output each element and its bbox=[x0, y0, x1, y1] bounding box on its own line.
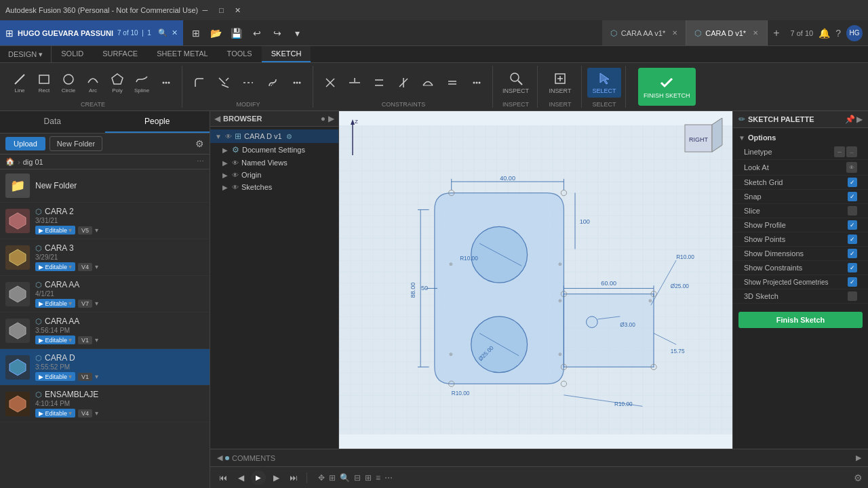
breadcrumb-menu-icon[interactable]: ⋯ bbox=[197, 157, 204, 166]
close-user-icon[interactable]: ✕ bbox=[172, 28, 178, 37]
close-button[interactable]: ✕ bbox=[231, 3, 244, 17]
panel-settings-button[interactable]: ⚙ bbox=[195, 138, 204, 149]
inspect-button[interactable]: INSPECT bbox=[498, 68, 533, 98]
show-points-check[interactable]: ✓ bbox=[848, 235, 857, 244]
ribbon-tab-solid[interactable]: SOLID bbox=[52, 46, 93, 62]
linetype-dash[interactable]: -- bbox=[846, 146, 857, 157]
break-tool[interactable] bbox=[237, 68, 260, 98]
circle-tool[interactable]: Circle bbox=[57, 68, 80, 98]
editable-badge[interactable]: ▶ Editable ▾ bbox=[35, 336, 75, 344]
more-timeline-icon[interactable]: ⋯ bbox=[384, 473, 393, 483]
insert-button[interactable]: INSERT bbox=[543, 68, 577, 98]
save-button[interactable]: 💾 bbox=[228, 24, 245, 42]
browser-settings-icon[interactable]: ● bbox=[321, 114, 326, 123]
editable-badge[interactable]: ▶ Editable ▾ bbox=[35, 262, 75, 271]
grid-view-button[interactable]: ⊞ bbox=[187, 24, 205, 42]
grid2-icon[interactable]: ⊞ bbox=[365, 473, 372, 483]
tree-item-sketches[interactable]: ▶ 👁 Sketches bbox=[210, 181, 338, 193]
editable-badge[interactable]: ▶ Editable ▾ bbox=[35, 226, 75, 235]
modify-more[interactable] bbox=[285, 68, 309, 98]
tangent-constraint[interactable] bbox=[416, 68, 439, 98]
design-dropdown[interactable]: DESIGN ▾ bbox=[0, 46, 52, 62]
collapse-comments-icon[interactable]: ◀ bbox=[217, 453, 222, 462]
more-button[interactable]: ▾ bbox=[289, 24, 307, 42]
open-button[interactable]: 📂 bbox=[208, 24, 225, 42]
tree-item-named-views[interactable]: ▶ 👁 Named Views bbox=[210, 157, 338, 169]
finish-sketch-button[interactable]: FINISH SKETCH bbox=[638, 68, 696, 106]
bell-icon[interactable]: 🔔 bbox=[818, 28, 830, 39]
maximize-button[interactable]: □ bbox=[214, 3, 228, 17]
prev-button[interactable]: ◀ bbox=[233, 470, 248, 485]
home-icon[interactable]: 🏠 bbox=[5, 157, 15, 166]
list-item[interactable]: ⬡ ENSAMBLAJE 4:10:14 PM ▶ Editable ▾ V4 … bbox=[0, 386, 210, 422]
next-button[interactable]: ▶ bbox=[269, 470, 283, 485]
list-item[interactable]: ⬡ CARA 3 3/29/21 ▶ Editable ▾ V4 ▾ bbox=[0, 239, 210, 276]
snap-check[interactable]: ✓ bbox=[848, 192, 857, 201]
list-item[interactable]: ⬡ CARA AA 3:56:14 PM ▶ Editable ▾ V1 ▾ bbox=[0, 312, 210, 349]
version-chevron[interactable]: ▾ bbox=[95, 263, 98, 270]
collinear-constraint[interactable] bbox=[343, 68, 366, 98]
zoom-fit-icon[interactable]: 🔍 bbox=[340, 473, 350, 483]
version-chevron[interactable]: ▾ bbox=[95, 226, 98, 234]
show-constraints-check[interactable]: ✓ bbox=[848, 263, 857, 272]
parallel-constraint[interactable] bbox=[368, 68, 391, 98]
list-icon[interactable]: ≡ bbox=[376, 473, 380, 483]
offset-tool[interactable] bbox=[261, 68, 284, 98]
slice-check[interactable] bbox=[848, 206, 857, 216]
arc-tool[interactable]: Arc bbox=[81, 68, 104, 98]
tree-item-doc-settings[interactable]: ▶ ⚙ Document Settings bbox=[210, 143, 338, 157]
search-icon[interactable]: 🔍 bbox=[158, 28, 167, 37]
list-item[interactable]: ⬡ CARA 2 3/31/21 ▶ Editable ▾ V5 ▾ bbox=[0, 203, 210, 239]
show-projected-check[interactable]: ✓ bbox=[848, 277, 857, 287]
ribbon-tab-sketch[interactable]: SKETCH bbox=[262, 46, 311, 62]
coincident-constraint[interactable] bbox=[319, 68, 342, 98]
list-item[interactable]: 📁 New Folder bbox=[0, 169, 210, 203]
redo-button[interactable]: ↪ bbox=[269, 24, 286, 42]
3d-sketch-check[interactable] bbox=[848, 291, 857, 301]
version-chevron[interactable]: ▾ bbox=[95, 373, 98, 380]
show-dimensions-check[interactable]: ✓ bbox=[848, 249, 857, 258]
trim-tool[interactable] bbox=[212, 68, 235, 98]
help-icon[interactable]: ? bbox=[835, 28, 841, 39]
tab-cara-d[interactable]: ⬡ CARA D v1* ✕ bbox=[686, 20, 768, 45]
options-section-header[interactable]: ▼ Options bbox=[733, 131, 868, 144]
editable-badge[interactable]: ▶ Editable ▾ bbox=[35, 409, 75, 418]
view-cube[interactable]: RIGHT bbox=[678, 118, 726, 165]
tree-item-origin[interactable]: ▶ 👁 Origin bbox=[210, 169, 338, 181]
look-at-button[interactable]: 👁 bbox=[846, 162, 857, 173]
tab-close-2[interactable]: ✕ bbox=[753, 29, 758, 37]
collapse-browser-icon[interactable]: ◀ bbox=[214, 114, 220, 123]
play-button[interactable]: ▶ bbox=[251, 470, 266, 485]
move-icon[interactable]: ✥ bbox=[318, 473, 325, 483]
expand-comments-icon[interactable]: ▶ bbox=[856, 453, 861, 462]
expand-palette-icon[interactable]: ▶ bbox=[856, 115, 863, 124]
data-tab[interactable]: Data bbox=[0, 111, 105, 133]
minimize-button[interactable]: ─ bbox=[198, 3, 212, 17]
fillet-tool[interactable] bbox=[188, 68, 211, 98]
visibility-icon[interactable]: 👁 bbox=[225, 133, 232, 140]
polygon-tool[interactable]: Poly bbox=[106, 68, 129, 98]
list-item[interactable]: ⬡ CARA D 3:55:52 PM ▶ Editable ▾ V1 ▾ bbox=[0, 349, 210, 386]
user-avatar[interactable]: HG bbox=[846, 25, 863, 41]
spline-tool[interactable]: Spline bbox=[130, 68, 153, 98]
linetype-solid[interactable]: ─ bbox=[834, 146, 845, 157]
rect-tool[interactable]: Rect bbox=[33, 68, 56, 98]
finish-sketch-palette-button[interactable]: Finish Sketch bbox=[738, 312, 863, 328]
upload-button[interactable]: Upload bbox=[5, 137, 45, 150]
timeline-settings[interactable]: ⚙ bbox=[854, 472, 863, 483]
perp-constraint[interactable] bbox=[392, 68, 415, 98]
ribbon-tab-sheet-metal[interactable]: SHEET METAL bbox=[147, 46, 217, 62]
constraint-more[interactable] bbox=[465, 68, 488, 98]
line-tool[interactable]: Line bbox=[8, 68, 31, 98]
skip-start-button[interactable]: ⏮ bbox=[216, 470, 231, 485]
create-more[interactable] bbox=[155, 68, 178, 98]
editable-badge[interactable]: ▶ Editable ▾ bbox=[35, 372, 75, 381]
new-folder-button[interactable]: New Folder bbox=[50, 136, 102, 151]
show-profile-check[interactable]: ✓ bbox=[848, 220, 857, 230]
select-button[interactable]: SELECT bbox=[587, 68, 621, 98]
sketch-grid-check[interactable]: ✓ bbox=[848, 178, 857, 187]
ribbon-tab-tools[interactable]: TOOLS bbox=[218, 46, 262, 62]
new-tab-button[interactable]: + bbox=[768, 20, 785, 45]
tree-settings-icon[interactable]: ⚙ bbox=[286, 133, 292, 140]
canvas-area[interactable]: 40.00 100 88.00 50 bbox=[339, 111, 732, 449]
